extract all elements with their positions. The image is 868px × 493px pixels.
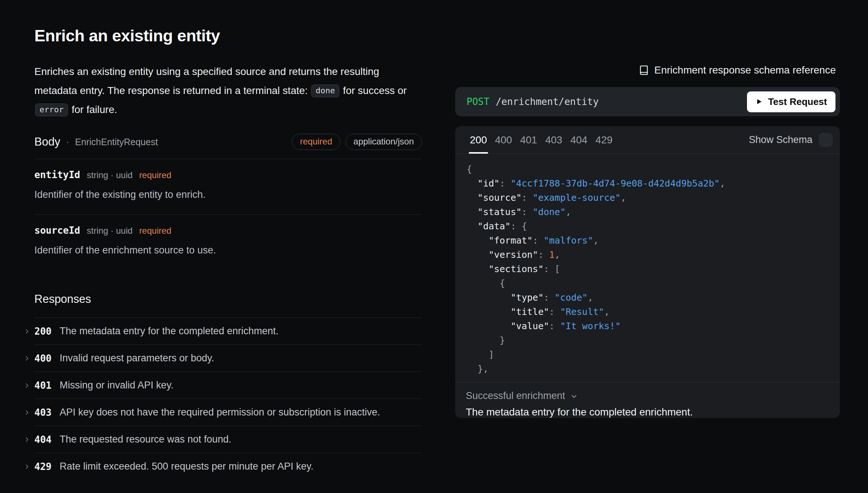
chevron-right-icon	[23, 328, 31, 335]
endpoint-description: Enriches an existing entity using a spec…	[34, 62, 411, 119]
response-row-401[interactable]: 401Missing or invalid API key.	[34, 372, 422, 399]
response-code: 403	[34, 407, 52, 418]
page-title: Enrich an existing entity	[34, 26, 422, 45]
field-type: string · uuid	[87, 170, 132, 180]
response-description: The metadata entry for the completed enr…	[60, 325, 279, 337]
response-row-403[interactable]: 403API key does not have the required pe…	[34, 399, 422, 426]
content-type-badge: application/json	[346, 134, 422, 150]
response-code: 401	[34, 380, 52, 391]
code-line: "status": "done",	[467, 205, 829, 219]
field-name: entityId	[34, 169, 80, 180]
response-description: Invalid request parameters or body.	[60, 353, 214, 364]
heading-separator-dot: ·	[66, 136, 69, 148]
response-example-panel: 200400401403404429 Show Schema { "id": "…	[455, 126, 840, 418]
field-header: entityIdstring · uuidrequired	[34, 169, 422, 180]
body-field: entityIdstring · uuidrequiredIdentifier …	[34, 159, 422, 214]
http-method: POST	[467, 96, 490, 107]
field-name: sourceId	[34, 225, 80, 236]
example-selector-dropdown[interactable]: Successful enrichment	[466, 390, 578, 402]
code-line: "version": 1,	[467, 248, 829, 262]
body-field: sourceIdstring · uuidrequiredIdentifier …	[34, 214, 422, 270]
tab-404[interactable]: 404	[566, 126, 592, 154]
responses-list: 200The metadata entry for the completed …	[34, 317, 422, 480]
response-code: 404	[34, 434, 52, 445]
field-type: string · uuid	[87, 226, 132, 236]
code-line: ]	[467, 347, 829, 362]
endpoint-docs-column: Enrich an existing entity Enriches an ex…	[34, 26, 422, 480]
response-code-block[interactable]: { "id": "4ccf1788-37db-4d74-9e08-d42d4d9…	[455, 154, 840, 382]
field-required-flag: required	[139, 170, 171, 180]
code-line: "type": "code",	[467, 290, 829, 305]
inline-code-chip: error	[35, 104, 68, 116]
chevron-right-icon	[23, 382, 31, 389]
response-code: 429	[34, 461, 52, 472]
code-line: "value": "It works!"	[467, 319, 829, 333]
tab-403[interactable]: 403	[541, 126, 566, 154]
code-line: "data": {	[467, 219, 829, 233]
example-selector-label: Successful enrichment	[466, 390, 565, 402]
response-description: Rate limit exceeded. 500 requests per mi…	[60, 461, 313, 472]
response-description: Missing or invalid API key.	[60, 380, 174, 391]
response-row-429[interactable]: 429Rate limit exceeded. 500 requests per…	[34, 453, 422, 480]
example-description: The metadata entry for the completed enr…	[466, 406, 829, 418]
body-section-header: Body · EnrichEntityRequest requiredappli…	[34, 134, 422, 150]
response-code: 400	[34, 353, 52, 364]
schema-reference-link-label: Enrichment response schema reference	[654, 64, 836, 76]
tab-400[interactable]: 400	[491, 126, 516, 154]
response-tab-row: 200400401403404429 Show Schema	[455, 126, 840, 154]
response-code: 200	[34, 326, 52, 337]
test-request-label: Test Request	[768, 96, 827, 108]
code-line: "id": "4ccf1788-37db-4d74-9e08-d42d4d9b5…	[467, 176, 829, 191]
field-header: sourceIdstring · uuidrequired	[34, 225, 422, 236]
book-icon	[639, 65, 649, 75]
response-tabs: 200400401403404429	[466, 126, 616, 154]
code-line: "title": "Result",	[467, 305, 829, 319]
show-schema-checkbox[interactable]	[819, 133, 833, 147]
code-line: "source": "example-source",	[467, 191, 829, 205]
response-row-404[interactable]: 404The requested resource was not found.	[34, 426, 422, 453]
code-line: {	[467, 276, 829, 290]
chevron-right-icon	[23, 355, 31, 362]
field-required-flag: required	[139, 226, 171, 236]
endpoint-path: /enrichment/entity	[496, 96, 599, 107]
response-description: The requested resource was not found.	[60, 434, 231, 445]
response-example-footer: Successful enrichment The metadata entry…	[455, 382, 840, 418]
inline-code-chip: done	[311, 84, 339, 97]
show-schema-label: Show Schema	[749, 134, 812, 146]
schema-reference-link[interactable]: Enrichment response schema reference	[639, 64, 836, 76]
tab-200[interactable]: 200	[466, 126, 491, 154]
chevron-right-icon	[23, 409, 31, 416]
response-description: API key does not have the required permi…	[60, 407, 380, 418]
chevron-right-icon	[23, 463, 31, 470]
tab-429[interactable]: 429	[592, 126, 617, 154]
endpoint-bar: POST /enrichment/entity Test Request	[455, 87, 840, 116]
description-text: for success or	[340, 85, 407, 96]
code-line: "format": "malfors",	[467, 233, 829, 248]
request-schema-name: EnrichEntityRequest	[75, 137, 158, 147]
response-row-200[interactable]: 200The metadata entry for the completed …	[34, 317, 422, 345]
code-line: }	[467, 333, 829, 347]
tab-401[interactable]: 401	[516, 126, 541, 154]
chevron-down-icon	[570, 391, 578, 400]
body-fields: entityIdstring · uuidrequiredIdentifier …	[34, 159, 422, 270]
body-heading: Body	[34, 135, 60, 148]
code-line: "sections": [	[467, 262, 829, 276]
chevron-right-icon	[23, 436, 31, 443]
body-badges: requiredapplication/json	[292, 134, 422, 150]
description-text: for failure.	[69, 104, 117, 115]
show-schema-control: Show Schema	[749, 126, 833, 154]
api-reference-page: { "colors": { "page-bg": "#0b0c0e", "pan…	[0, 0, 868, 493]
required-badge: required	[292, 134, 340, 150]
response-row-400[interactable]: 400Invalid request parameters or body.	[34, 345, 422, 372]
play-icon	[755, 98, 763, 105]
responses-heading: Responses	[34, 293, 422, 306]
test-request-button[interactable]: Test Request	[747, 91, 835, 112]
field-description: Identifier of the enrichment source to u…	[34, 245, 422, 256]
code-line: },	[467, 362, 829, 376]
code-line: {	[467, 162, 829, 176]
field-description: Identifier of the existing entity to enr…	[34, 189, 422, 200]
